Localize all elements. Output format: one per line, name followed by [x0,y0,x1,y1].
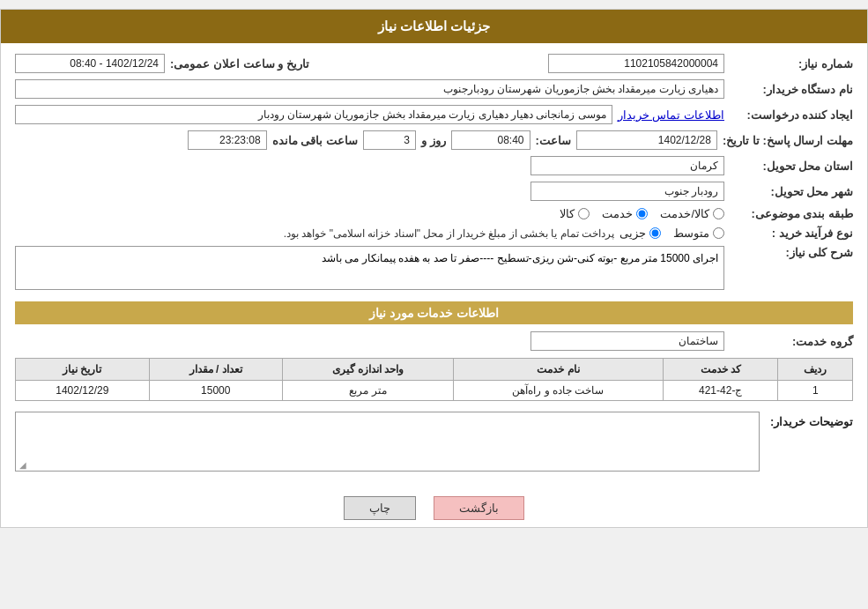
col-row: ردیف [778,359,853,381]
send-remaining-label: ساعت باقی مانده [272,134,358,147]
service-group-label: گروه خدمت: [730,335,853,348]
send-day-label: روز و [421,134,446,147]
description-container: (function(){ const d = JSON.parse(docume… [15,246,724,293]
need-number-row: شماره نیاز: 1102105842000004 تاریخ و ساع… [15,54,853,73]
announce-date-label: تاریخ و ساعت اعلان عمومی: [170,57,309,71]
city-label: شهر محل تحویل: [730,185,853,198]
col-code: کد خدمت [663,359,778,381]
city-row: شهر محل تحویل: رودبار جنوب [15,182,853,201]
services-header: اطلاعات خدمات مورد نیاز [15,301,853,324]
need-number-label: شماره نیاز: [730,57,853,71]
province-value: کرمان [530,156,724,175]
print-button[interactable]: چاپ [344,496,416,520]
td-row-1: 1 [778,381,853,401]
col-name: نام خدمت [453,359,663,381]
description-textarea[interactable] [15,246,724,290]
send-date-row: مهلت ارسال پاسخ: تا تاریخ: 1402/12/28 سا… [15,130,853,150]
col-unit: واحد اندازه گیری [282,359,453,381]
buyer-notes-textarea[interactable] [19,416,755,464]
category-kala-khadamat-label: کالا/خدمت [660,207,709,220]
category-row: طبقه بندی موضوعی: کالا/خدمت خدمت کالا [15,207,853,220]
service-group-row: گروه خدمت: ساختمان [15,331,853,351]
purchase-jozyi-label: جزیی [619,227,646,240]
category-label: طبقه بندی موضوعی: [730,207,853,220]
buyer-station-label: نام دستگاه خریدار: [730,83,853,96]
send-date-label: مهلت ارسال پاسخ: تا تاریخ: [723,134,853,147]
description-row: شرح کلی نیاز: (function(){ const d = JSO… [15,246,853,293]
buyer-station-value: دهیاری زیارت میرمقداد بخش جازموریان شهرس… [15,79,724,99]
category-kala-item: کالا [560,207,590,220]
back-button[interactable]: بازگشت [434,496,524,520]
td-unit-1: متر مربع [282,381,453,401]
need-number-value: 1102105842000004 [548,54,724,73]
page-title: جزئیات اطلاعات نیاز [378,19,490,33]
purchase-motaset-radio[interactable] [713,227,724,239]
creator-row: ایجاد کننده درخواست: اطلاعات تماس خریدار… [15,105,853,124]
category-kala-radio[interactable] [578,208,590,219]
purchase-motaset-item: متوسط [673,227,724,240]
send-day-value: 3 [363,130,416,150]
creator-label: ایجاد کننده درخواست: [730,108,853,122]
announce-date-value: 1402/12/24 - 08:40 [15,54,165,73]
services-table: ردیف کد خدمت نام خدمت واحد اندازه گیری ت… [15,358,853,401]
creator-value: موسی زمانجانی دهیار دهیاری زیارت میرمقدا… [15,105,612,124]
category-kala-label: کالا [560,207,575,220]
table-header-row: ردیف کد خدمت نام خدمت واحد اندازه گیری ت… [16,359,853,381]
buyer-notes-section: توضیحات خریدار: ◢ [15,412,853,472]
page-header: جزئیات اطلاعات نیاز [1,10,867,43]
td-date-1: 1402/12/29 [16,381,150,401]
buyer-notes-box: ◢ [15,412,760,472]
col-date: تاریخ نیاز [16,359,150,381]
table-data-row-1: 1 ج-42-421 ساخت جاده و راه‌آهن متر مربع … [16,381,853,401]
purchase-type-label: نوع فرآیند خرید : [730,227,853,240]
category-khadamat-radio[interactable] [636,208,648,219]
service-group-value: ساختمان [530,331,724,351]
category-kala-khadamat-radio[interactable] [713,208,724,219]
content: شماره نیاز: 1102105842000004 تاریخ و ساع… [1,43,867,482]
province-row: استان محل تحویل: کرمان [15,156,853,175]
purchase-jozyi-item: جزیی [619,227,661,240]
td-code-1: ج-42-421 [663,381,778,401]
send-date-value: 1402/12/28 [576,130,717,150]
creator-link[interactable]: اطلاعات تماس خریدار [618,108,724,122]
col-qty: تعداد / مقدار [149,359,282,381]
buyer-notes-label: توضیحات خریدار: [765,412,853,428]
description-label: شرح کلی نیاز: [730,246,853,259]
purchase-jozyi-radio[interactable] [649,227,661,239]
purchase-radio-group: متوسط جزیی [619,227,724,240]
purchase-type-row: نوع فرآیند خرید : متوسط جزیی پرداخت تمام… [15,227,853,240]
send-time-value: 08:40 [451,130,530,150]
buyer-station-row: نام دستگاه خریدار: دهیاری زیارت میرمقداد… [15,79,853,99]
purchase-motaset-label: متوسط [673,227,709,240]
resize-icon: ◢ [18,460,26,469]
send-remaining-value: 23:23:08 [188,130,267,150]
category-khadamat-item: خدمت [602,207,648,220]
city-value: رودبار جنوب [530,182,724,201]
td-name-1: ساخت جاده و راه‌آهن [453,381,663,401]
page-wrapper: جزئیات اطلاعات نیاز شماره نیاز: 11021058… [0,9,868,528]
province-label: استان محل تحویل: [730,160,853,173]
category-kala-khadamat-item: کالا/خدمت [660,207,724,220]
send-time-label: ساعت: [536,134,571,147]
purchase-note: پرداخت تمام یا بخشی از مبلغ خریدار از مح… [15,227,614,240]
td-qty-1: 15000 [149,381,282,401]
category-radio-group: کالا/خدمت خدمت کالا [560,207,724,220]
button-row: بازگشت چاپ [1,496,867,520]
services-table-section: ردیف کد خدمت نام خدمت واحد اندازه گیری ت… [15,358,853,401]
category-khadamat-label: خدمت [602,207,633,220]
